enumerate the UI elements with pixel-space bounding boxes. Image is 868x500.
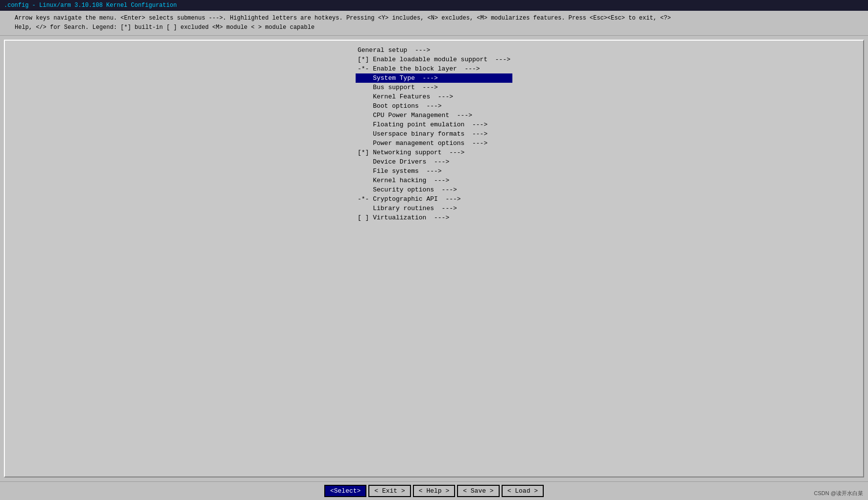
save-button[interactable]: < Save >: [457, 485, 499, 497]
menu-item-networking[interactable]: [*] Networking support --->: [356, 148, 512, 157]
menu-item-kernel-features[interactable]: Kernel Features --->: [356, 92, 512, 101]
menu-item-loadable-module[interactable]: [*] Enable loadable module support --->: [356, 55, 512, 64]
info-bar: Arrow keys navigate the menu. <Enter> se…: [0, 11, 868, 36]
menu-item-cpu-power[interactable]: CPU Power Management --->: [356, 111, 512, 120]
help-button[interactable]: < Help >: [413, 485, 455, 497]
menu-item-cryptographic-api[interactable]: -*- Cryptographic API --->: [356, 194, 512, 204]
select-button[interactable]: <Select>: [324, 485, 366, 497]
menu-item-library-routines[interactable]: Library routines --->: [356, 204, 512, 213]
info-line-1: Arrow keys navigate the menu. <Enter> se…: [15, 14, 853, 23]
menu-item-block-layer[interactable]: -*- Enable the block layer --->: [356, 64, 512, 73]
watermark: CSDN @读开水白菜: [814, 490, 863, 497]
menu-item-userspace-binary[interactable]: Userspace binary formats --->: [356, 129, 512, 139]
menu-item-power-management[interactable]: Power management options --->: [356, 139, 512, 148]
menu-item-kernel-hacking[interactable]: Kernel hacking --->: [356, 176, 512, 185]
bottom-bar: <Select>< Exit >< Help >< Save >< Load >: [0, 481, 868, 500]
menu-item-device-drivers[interactable]: Device Drivers --->: [356, 157, 512, 167]
menu-items: General setup --->[*] Enable loadable mo…: [346, 46, 522, 222]
menu-item-file-systems[interactable]: File systems --->: [356, 167, 512, 176]
menu-item-security-options[interactable]: Security options --->: [356, 185, 512, 194]
menu-container: General setup --->[*] Enable loadable mo…: [4, 40, 864, 477]
menu-item-system-type[interactable]: System Type --->: [356, 73, 512, 83]
main-area: General setup --->[*] Enable loadable mo…: [0, 36, 868, 481]
menu-center: General setup --->[*] Enable loadable mo…: [5, 46, 863, 222]
title-bar-text: .config - Linux/arm 3.10.108 Kernel Conf…: [4, 2, 177, 9]
menu-item-floating-point[interactable]: Floating point emulation --->: [356, 120, 512, 129]
menu-item-bus-support[interactable]: Bus support --->: [356, 83, 512, 92]
title-bar: .config - Linux/arm 3.10.108 Kernel Conf…: [0, 0, 868, 11]
exit-button[interactable]: < Exit >: [368, 485, 410, 497]
info-line-2: Help, </> for Search. Legend: [*] built-…: [15, 23, 853, 32]
menu-item-virtualization[interactable]: [ ] Virtualization --->: [356, 213, 512, 222]
load-button[interactable]: < Load >: [502, 485, 544, 497]
menu-item-boot-options[interactable]: Boot options --->: [356, 101, 512, 111]
menu-item-general-setup[interactable]: General setup --->: [356, 46, 512, 55]
